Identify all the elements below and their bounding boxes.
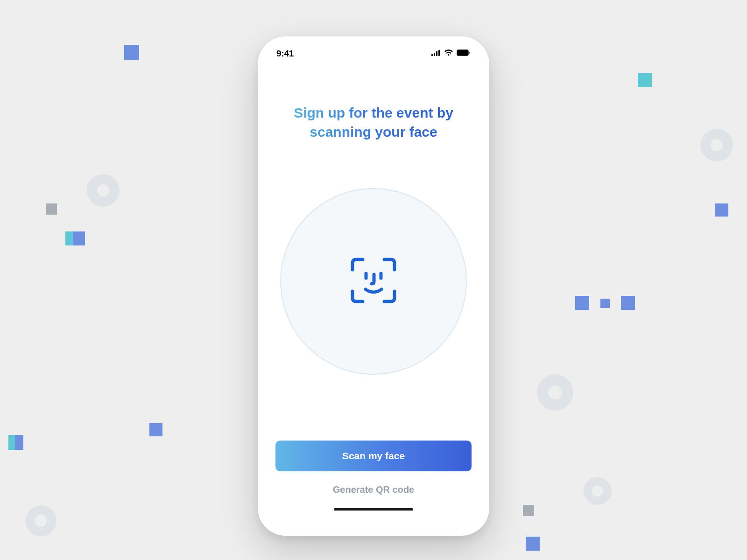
- page-headline: Sign up for the event by scanning your f…: [269, 104, 478, 141]
- svg-rect-5: [458, 51, 468, 55]
- generate-qr-button[interactable]: Generate QR code: [333, 484, 415, 495]
- bg-square-10: [526, 537, 540, 551]
- bg-square-1: [124, 45, 139, 60]
- phone-frame: 9:41: [258, 36, 489, 536]
- bg-ring-4: [537, 374, 573, 411]
- status-icons: [431, 49, 471, 58]
- bg-ring-5: [584, 477, 612, 505]
- svg-rect-1: [434, 53, 435, 56]
- bg-square-8a: [575, 296, 589, 310]
- bg-square-4: [149, 423, 162, 436]
- headline-line-1: Sign up for the event by: [294, 105, 453, 120]
- bg-ring-2: [26, 505, 56, 536]
- bg-ring-1: [87, 174, 120, 207]
- bg-ring-3: [700, 129, 733, 161]
- bg-square-3b: [73, 231, 85, 245]
- home-indicator[interactable]: [334, 508, 413, 511]
- scan-face-button[interactable]: Scan my face: [275, 441, 472, 471]
- headline-line-2: scanning your face: [310, 124, 437, 140]
- bg-square-6: [638, 73, 652, 87]
- svg-rect-2: [436, 51, 437, 56]
- bg-square-8c: [621, 296, 635, 310]
- bg-square-8b: [600, 299, 610, 308]
- svg-rect-6: [469, 52, 470, 54]
- actions: Scan my face Generate QR code: [269, 441, 478, 523]
- face-scan-circle: [280, 188, 467, 375]
- face-id-icon: [348, 255, 399, 308]
- cellular-signal-icon: [431, 49, 441, 58]
- status-time: 9:41: [276, 49, 294, 59]
- bg-square-9: [523, 505, 534, 516]
- wifi-icon: [444, 49, 453, 58]
- svg-rect-0: [431, 54, 433, 56]
- status-bar: 9:41: [269, 46, 478, 62]
- face-scan-area: [269, 188, 478, 375]
- bg-square-7: [715, 203, 728, 217]
- bg-square-2: [46, 203, 57, 215]
- svg-rect-3: [438, 50, 440, 56]
- bg-square-5b: [15, 435, 23, 450]
- battery-icon: [457, 49, 471, 58]
